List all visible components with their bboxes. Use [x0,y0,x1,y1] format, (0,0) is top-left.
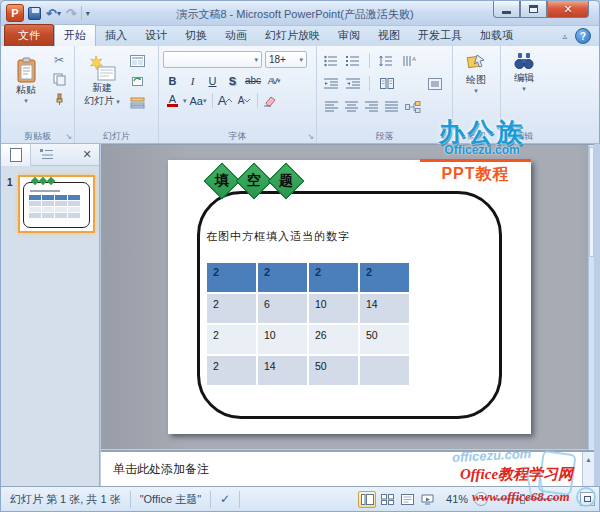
slide-prompt-text[interactable]: 在图中方框填入适当的数字 [206,229,350,244]
close-button[interactable]: ✕ [547,1,589,18]
font-dialog-launcher[interactable]: ↘ [307,132,314,142]
font-size-dropdown-icon[interactable]: ▾ [299,56,303,63]
justify-button[interactable] [383,97,399,116]
character-spacing-button[interactable]: AV▾ [265,72,282,89]
bold-button[interactable]: B [164,72,181,89]
table-cell[interactable]: 2 [207,356,256,385]
zoom-out-button[interactable]: − [474,492,488,506]
drawing-button[interactable]: 绘图 ▾ [455,48,497,94]
help-icon[interactable]: ? [575,28,591,44]
slide-counter[interactable]: 幻灯片 第 1 张, 共 1 张 [1,491,131,508]
slide-page[interactable]: 填 空 题 在图中方框填入适当的数字 2 2 2 2 2 6 10 14 2 1… [168,160,531,434]
change-case-button[interactable]: Aa▾ [189,92,208,109]
font-color-dropdown-icon[interactable]: ▾ [183,97,187,104]
zoom-level[interactable]: 41% [446,493,468,505]
tab-view[interactable]: 视图 [369,25,409,46]
tab-design[interactable]: 设计 [136,25,176,46]
slide-1-thumbnail[interactable] [18,175,95,233]
table-cell[interactable]: 14 [258,356,307,385]
copy-button[interactable] [49,70,69,89]
increase-indent-button[interactable] [345,74,361,93]
align-text-button[interactable] [426,74,444,93]
spell-check-button[interactable]: ✓ [211,491,240,508]
notes-placeholder[interactable]: 单击此处添加备注 [113,461,209,478]
numbering-button[interactable] [345,51,361,70]
notes-pane[interactable]: 单击此处添加备注 ▲ [101,450,594,486]
bullets-button[interactable] [323,51,339,70]
table-cell[interactable]: 6 [258,294,307,323]
tab-developer[interactable]: 开发工具 [409,25,471,46]
paste-dropdown-icon[interactable]: ▾ [24,97,28,104]
editing-button[interactable]: 编辑 ▾ [503,48,545,92]
tab-transitions[interactable]: 切换 [176,25,216,46]
zoom-slider-thumb[interactable] [520,494,525,504]
restore-button[interactable] [520,1,547,18]
tab-insert[interactable]: 插入 [96,25,136,46]
table-cell[interactable]: 10 [258,325,307,354]
font-name-dropdown-icon[interactable]: ▾ [254,56,258,63]
drawing-dropdown-icon[interactable]: ▾ [474,87,478,94]
panel-close-button[interactable]: ✕ [75,148,99,161]
clear-formatting-button[interactable] [262,92,279,109]
tab-file[interactable]: 文件 [4,24,54,46]
new-slide-dropdown-icon[interactable]: ▾ [116,98,120,105]
slide-layout-button[interactable] [127,51,147,70]
undo-dropdown-icon[interactable]: ▾ [57,9,61,18]
slide-table[interactable]: 2 2 2 2 2 6 10 14 2 10 26 50 2 14 50 [207,263,409,385]
align-center-button[interactable] [343,97,359,116]
line-spacing-button[interactable] [378,51,394,70]
save-button[interactable] [27,4,42,22]
reset-slide-button[interactable] [127,72,147,91]
table-cell[interactable]: 14 [360,294,409,323]
editing-dropdown-icon[interactable]: ▾ [522,85,526,92]
table-cell[interactable]: 10 [309,294,358,323]
zoom-slider[interactable] [494,498,556,500]
columns-button[interactable] [378,74,396,93]
text-direction-button[interactable]: A [400,51,418,70]
reading-view-button[interactable] [398,491,416,508]
scrollbar-thumb[interactable] [589,147,594,257]
table-header-cell[interactable]: 2 [258,263,307,292]
table-header-cell[interactable]: 2 [207,263,256,292]
theme-name[interactable]: "Office 主题" [131,491,211,508]
character-spacing-dropdown-icon[interactable]: ▾ [277,77,280,84]
italic-button[interactable]: I [184,72,201,89]
scroll-up-icon[interactable]: ▲ [585,456,592,463]
font-color-button[interactable]: A [164,92,181,109]
fit-to-window-button[interactable] [580,492,595,506]
powerpoint-app-icon[interactable]: P [6,4,24,22]
minimize-button[interactable] [493,1,520,18]
slides-tab[interactable] [1,144,31,166]
customize-qat-button[interactable]: ▾ [85,4,91,22]
tab-addins[interactable]: 加载项 [471,25,522,46]
table-header-cell[interactable]: 2 [309,263,358,292]
slide-editor-canvas[interactable]: 填 空 题 在图中方框填入适当的数字 2 2 2 2 2 6 10 14 2 1… [101,144,594,449]
normal-view-button[interactable] [358,491,376,508]
font-size-combo[interactable]: 18+▾ [265,51,307,68]
new-slide-button[interactable]: 新建 幻灯片▾ [77,53,127,107]
change-case-dropdown-icon[interactable]: ▾ [203,97,207,104]
clipboard-dialog-launcher[interactable]: ↘ [65,132,72,142]
tab-review[interactable]: 审阅 [329,25,369,46]
tab-home[interactable]: 开始 [54,24,96,46]
table-cell[interactable]: 2 [207,294,256,323]
title-diamonds[interactable]: 填 空 题 [204,163,300,199]
underline-button[interactable]: U [204,72,221,89]
table-cell[interactable]: 50 [360,325,409,354]
decrease-indent-button[interactable] [323,74,339,93]
table-cell[interactable]: 50 [309,356,358,385]
tab-slideshow[interactable]: 幻灯片放映 [256,25,329,46]
table-cell[interactable] [360,356,409,385]
collapse-ribbon-icon[interactable]: ▵ [562,31,567,41]
outline-tab[interactable] [31,144,61,166]
paragraph-dialog-launcher[interactable]: ↘ [443,132,450,142]
cut-button[interactable]: ✂ [49,50,69,69]
undo-button[interactable]: ↶▾ [45,4,62,22]
grow-font-button[interactable]: A [217,92,234,109]
table-header-cell[interactable]: 2 [360,263,409,292]
vertical-scrollbar[interactable] [588,145,594,450]
section-button[interactable] [127,93,147,112]
convert-smartart-button[interactable] [403,97,423,116]
shrink-font-button[interactable]: A [236,92,253,109]
notes-scrollbar[interactable]: ▲ [582,452,594,486]
